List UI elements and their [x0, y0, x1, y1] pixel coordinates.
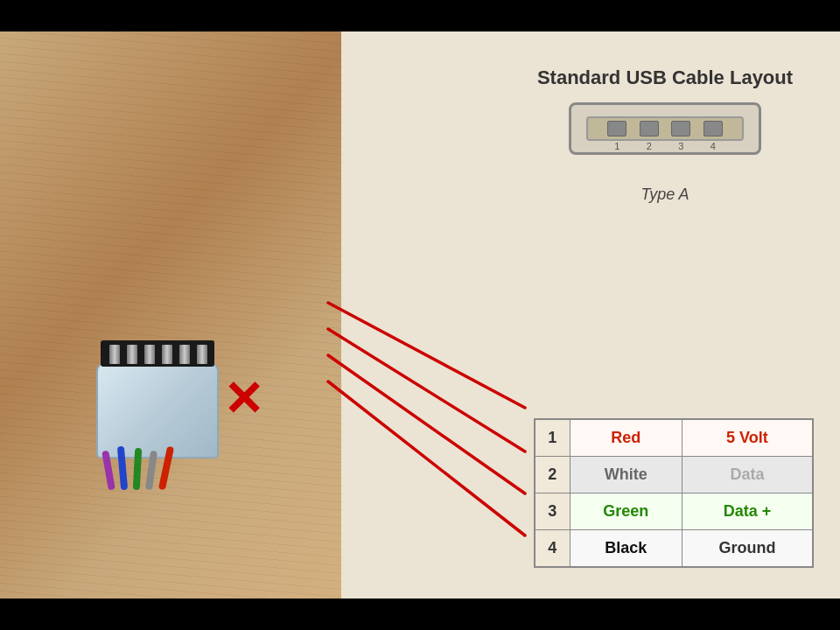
wood-texture	[0, 32, 341, 598]
photo-section: ✕	[0, 32, 341, 598]
pin-func-4: Ground	[682, 530, 813, 568]
pin-func-1: 5 Volt	[682, 419, 813, 457]
pin-color-1: Red	[570, 419, 682, 457]
pin-1-label: 1	[614, 141, 620, 151]
main-container: ✕ Standard USB Cable Layout 1 2	[0, 0, 840, 630]
pin-num-2: 2	[535, 457, 570, 494]
red-x-mark: ✕	[223, 375, 276, 428]
table-row-3: 3 Green Data +	[535, 494, 813, 530]
usb-device	[70, 318, 245, 494]
connector-pin-3: 3	[671, 121, 690, 136]
pin-4-label: 4	[710, 141, 716, 151]
usb-connector-inner: 1 2 3 4	[586, 116, 744, 141]
black-bar-bottom	[0, 598, 840, 630]
table-row-2: 2 White Data	[535, 457, 813, 494]
usb-diagram-area: Standard USB Cable Layout 1 2 3	[525, 66, 805, 204]
pin-num-4: 4	[535, 530, 570, 568]
usb-type-a-diagram: 1 2 3 4	[569, 102, 761, 164]
table-row-4: 4 Black Ground	[535, 530, 813, 568]
pin-color-2: White	[570, 457, 682, 494]
pin-func-3: Data +	[682, 494, 813, 530]
connector-pin-1: 1	[607, 121, 626, 136]
pin-color-4: Black	[570, 530, 682, 568]
pin-num-1: 1	[535, 419, 570, 457]
usb-connector-outer: 1 2 3 4	[569, 102, 761, 155]
diagram-title: Standard USB Cable Layout	[525, 66, 805, 89]
pin-color-3: Green	[570, 494, 682, 530]
pin-table: 1 Red 5 Volt 2 White Data 3 Green Data +	[534, 418, 814, 568]
pin-3-label: 3	[678, 141, 683, 151]
info-section: Standard USB Cable Layout 1 2 3	[341, 32, 840, 598]
pin-2-label: 2	[647, 141, 652, 151]
pin-num-3: 3	[535, 494, 570, 530]
black-bar-top	[0, 0, 840, 32]
connector-pin-4: 4	[704, 121, 723, 136]
type-label: Type A	[525, 186, 805, 204]
content-area: ✕ Standard USB Cable Layout 1 2	[0, 32, 840, 598]
connector-pin-2: 2	[640, 121, 659, 136]
pin-func-2: Data	[682, 457, 813, 494]
table-row-1: 1 Red 5 Volt	[535, 419, 813, 457]
